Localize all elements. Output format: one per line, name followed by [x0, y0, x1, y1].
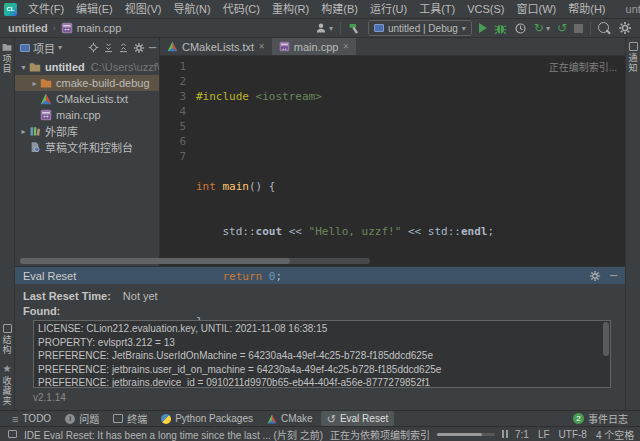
- tree-expanded-icon[interactable]: ▾: [18, 63, 29, 72]
- problems-icon: i: [65, 414, 75, 424]
- star-icon: ★: [3, 363, 12, 374]
- structure-icon: [3, 324, 12, 333]
- chevron-down-icon: ▾: [329, 24, 333, 33]
- project-view-icon: [20, 44, 30, 52]
- eval-reset-title: Eval Reset: [23, 270, 76, 282]
- project-icon: [2, 42, 12, 52]
- toolwindow-project-button[interactable]: 项目: [1, 38, 14, 78]
- list-item[interactable]: PROPERTY: evlsprt3.212 = 13: [38, 336, 610, 350]
- reset-icon: ↺: [327, 414, 336, 424]
- toolwindow-switcher-icon[interactable]: [8, 430, 17, 438]
- run-with-coverage-button[interactable]: ↻ ▾: [534, 22, 550, 34]
- project-panel-title[interactable]: 项目: [33, 40, 55, 56]
- list-scrollbar-thumb[interactable]: [603, 322, 609, 356]
- terminal-icon: [113, 414, 123, 423]
- collapse-all-button[interactable]: [118, 42, 129, 53]
- menu-edit[interactable]: 编辑(E): [70, 0, 119, 18]
- toolwindow-notifications-button[interactable]: 通知: [627, 38, 640, 77]
- toolwindow-structure-button[interactable]: 结构: [1, 320, 14, 359]
- tree-collapsed-icon[interactable]: ▸: [18, 127, 29, 136]
- profiler-button[interactable]: [514, 22, 527, 35]
- right-toolwindow-bar: 通知: [625, 38, 640, 410]
- run-configuration-select[interactable]: untitled | Debug ▾: [368, 20, 472, 36]
- clion-window: CL 文件(F) 编辑(E) 视图(V) 导航(N) 代码(C) 重构(R) 构…: [0, 0, 640, 441]
- status-message[interactable]: IDE Eval Reset: It has been a long time …: [24, 427, 323, 441]
- indexing-status-text: 正在编制索引...: [549, 59, 617, 74]
- menu-file[interactable]: 文件(F): [22, 0, 70, 18]
- project-settings-button[interactable]: [133, 42, 145, 54]
- line-ending-indicator[interactable]: LF: [538, 429, 550, 440]
- indent-indicator[interactable]: 4 个空格: [596, 427, 634, 441]
- cpp-file-icon: [61, 22, 73, 34]
- menu-code[interactable]: 代码(C): [217, 0, 266, 18]
- settings-button[interactable]: [618, 21, 632, 35]
- toolwindow-python-packages-button[interactable]: Python Packages: [155, 411, 259, 426]
- code-line: [196, 134, 625, 149]
- last-reset-label: Last Reset Time:: [23, 290, 111, 302]
- tree-item-untitled[interactable]: ▾ untitled C:\Users\uzzf\CLionPro: [15, 59, 159, 75]
- breadcrumb-project[interactable]: untitled: [8, 22, 48, 34]
- toolwindow-todo-button[interactable]: ≡ TODO: [6, 411, 57, 426]
- tree-item-external-libraries[interactable]: ▸ 外部库: [15, 123, 159, 139]
- menu-view[interactable]: 视图(V): [119, 0, 168, 18]
- menu-build[interactable]: 构建(B): [315, 0, 364, 18]
- tree-item-cmakelists[interactable]: CMakeLists.txt: [15, 91, 159, 107]
- found-list[interactable]: LICENSE: CLion212.evaluation.key, UNTIL:…: [33, 320, 611, 388]
- toolbar-divider: [590, 22, 591, 35]
- cpp-file-icon: [279, 41, 290, 52]
- toolwindow-eval-reset-button[interactable]: ↺ Eval Reset: [321, 411, 395, 426]
- tree-item-cmake-build-debug[interactable]: ▸ cmake-build-debug: [15, 75, 159, 91]
- clion-logo-icon: CL: [4, 3, 17, 16]
- toolwindow-terminal-button[interactable]: 终端: [107, 411, 153, 426]
- cpp-file-icon: [40, 109, 52, 121]
- search-everywhere-button[interactable]: [598, 22, 611, 35]
- user-account-button[interactable]: ▾: [315, 22, 333, 34]
- cmake-icon: [40, 93, 52, 105]
- close-tab-icon[interactable]: ✕: [342, 42, 349, 51]
- tree-collapsed-icon[interactable]: ▸: [29, 79, 40, 88]
- horizontal-scrollbar-thumb[interactable]: [20, 258, 290, 264]
- toolbar-divider: [340, 22, 341, 35]
- tree-item-main-cpp[interactable]: main.cpp: [15, 107, 159, 123]
- menu-window[interactable]: 窗口(W): [511, 0, 563, 18]
- menu-refactor[interactable]: 重构(R): [266, 0, 315, 18]
- toolwindow-favorites-button[interactable]: ★ 收藏夹: [1, 359, 14, 410]
- stop-button[interactable]: [574, 24, 583, 33]
- hide-panel-button[interactable]: ─: [149, 42, 156, 53]
- breadcrumb-file[interactable]: main.cpp: [61, 22, 122, 34]
- project-panel: 项目 ▾ ─ ▾ u: [15, 38, 160, 266]
- expand-all-button[interactable]: [103, 42, 114, 53]
- menu-vcs[interactable]: VCS(S): [461, 0, 510, 18]
- encoding-indicator[interactable]: UTF-8: [559, 429, 587, 440]
- menu-navigate[interactable]: 导航(N): [167, 0, 216, 18]
- locate-file-button[interactable]: [88, 42, 99, 53]
- cmake-icon: [167, 41, 178, 52]
- close-tab-icon[interactable]: ✕: [258, 42, 265, 51]
- list-item[interactable]: LICENSE: CLion212.evaluation.key, UNTIL:…: [38, 322, 610, 336]
- pause-indexing-button[interactable]: [502, 430, 508, 438]
- attach-process-icon[interactable]: ↺: [557, 22, 567, 34]
- list-item[interactable]: PREFERENCE: jetbrains.device_id = 091021…: [38, 376, 610, 388]
- menu-run[interactable]: 运行(U): [364, 0, 413, 18]
- toolwindow-cmake-button[interactable]: CMake: [261, 411, 319, 426]
- code-line: std::cout << "Hello, uzzf!" << std::endl…: [196, 224, 625, 239]
- toolwindow-problems-button[interactable]: i 问题: [59, 411, 105, 426]
- status-indexing-text: 正在为依赖项编制索引: [330, 427, 430, 441]
- tab-cmakelists[interactable]: CMakeLists.txt ✕: [160, 38, 272, 55]
- list-item[interactable]: PREFERENCE: JetBrains.UserIdOnMachine = …: [38, 349, 610, 363]
- bottom-toolwindow-bar: ≡ TODO i 问题 终端 Python Packages CMake ↺ E…: [0, 410, 640, 426]
- list-item[interactable]: PREFERENCE: jetbrains.user_id_on_machine…: [38, 363, 610, 377]
- run-config-icon: [374, 24, 384, 32]
- tree-item-scratches[interactable]: 草稿文件和控制台: [15, 139, 159, 155]
- library-icon: [29, 125, 41, 137]
- build-hammer-button[interactable]: [348, 22, 361, 35]
- caret-position[interactable]: 7:1: [515, 429, 529, 440]
- debug-button[interactable]: [494, 22, 507, 35]
- menu-help[interactable]: 帮助(H): [562, 0, 611, 18]
- menu-tools[interactable]: 工具(T): [413, 0, 461, 18]
- tab-main-cpp[interactable]: main.cpp ✕: [272, 38, 356, 55]
- folder-icon: [29, 61, 41, 73]
- notifications-icon: [629, 42, 638, 51]
- run-button[interactable]: [479, 23, 487, 33]
- event-log-button[interactable]: 2 事件日志: [567, 411, 634, 426]
